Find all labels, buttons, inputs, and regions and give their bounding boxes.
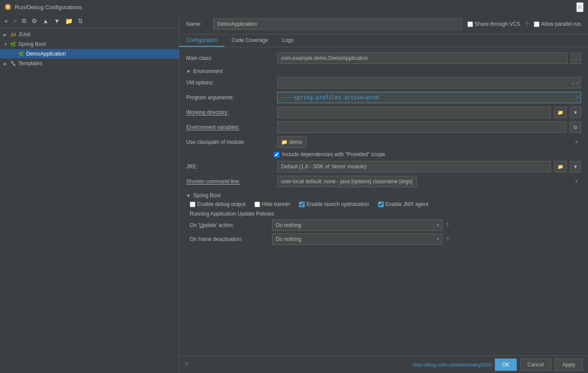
spring-boot-section-header: ▼ Spring Boot xyxy=(186,192,581,199)
vm-options-label: VM options: xyxy=(186,80,274,86)
spring-boot-options: Enable debug output Hide banner Enable l… xyxy=(186,201,581,207)
name-label: Name: xyxy=(186,21,208,27)
junit-icon: JU xyxy=(10,31,17,38)
apply-button[interactable]: Apply xyxy=(555,359,583,371)
window-title: Run/Debug Configurations xyxy=(15,4,82,10)
classpath-select[interactable]: 📁 demo xyxy=(277,136,306,148)
program-args-expand-button[interactable]: ⤢ xyxy=(575,94,579,101)
window-icon: R xyxy=(4,3,11,10)
update-action-help-icon[interactable]: ? xyxy=(446,222,449,228)
tab-configuration[interactable]: Configuration xyxy=(179,35,224,47)
frame-deactivation-help-icon[interactable]: ? xyxy=(446,236,449,242)
policy-title: Running Application Update Policies xyxy=(190,211,581,217)
vm-options-container: + ⤢ xyxy=(277,77,581,88)
enable-debug-checkbox[interactable] xyxy=(190,202,195,207)
env-vars-input[interactable] xyxy=(277,122,566,133)
vm-options-input[interactable] xyxy=(277,77,581,88)
name-input[interactable] xyxy=(213,18,462,30)
working-dir-folder-button[interactable]: 📁 xyxy=(554,107,567,118)
add-config-button[interactable]: + xyxy=(3,17,10,25)
enable-jmx-label[interactable]: Enable JMX agent xyxy=(378,201,428,207)
enable-jmx-checkbox[interactable] xyxy=(378,202,384,207)
name-options: Share through VCS ? Allow parallel run xyxy=(467,21,581,27)
main-class-input[interactable] xyxy=(277,52,567,64)
environment-expand-icon[interactable]: ▼ xyxy=(186,69,191,74)
tabs: Configuration Code Coverage Logs xyxy=(179,35,588,47)
program-args-input[interactable] xyxy=(277,92,581,103)
springboot-icon: 🌿 xyxy=(10,41,17,48)
vm-add-button[interactable]: + xyxy=(572,80,574,86)
shorten-cmd-select-wrapper: user-local default: none - java [options… xyxy=(277,176,581,187)
springboot-label: Spring Boot xyxy=(18,41,46,47)
classpath-label: Use classpath of module: xyxy=(186,139,274,145)
share-vcs-text: Share through VCS xyxy=(475,21,520,27)
frame-deactivation-select[interactable]: Do nothing Update resources Update class… xyxy=(272,234,442,245)
junit-label: JUnit xyxy=(18,31,30,38)
allow-parallel-label[interactable]: Allow parallel run xyxy=(534,21,581,27)
include-deps-label: Include dependencies with "Provided" sco… xyxy=(282,151,385,157)
close-button[interactable]: ✕ xyxy=(576,2,584,12)
demo-icon: 🌿 xyxy=(17,50,24,57)
working-dir-dropdown-button[interactable]: ▼ xyxy=(570,107,581,118)
sidebar-item-springboot[interactable]: ▼ 🌿 Spring Boot xyxy=(0,39,179,49)
share-help-icon[interactable]: ? xyxy=(525,21,529,27)
sidebar-item-templates[interactable]: ▶ 🔧 Templates xyxy=(0,59,179,68)
enable-launch-text: Enable launch optimization xyxy=(306,201,369,207)
frame-deactivation-select-wrapper: Do nothing Update resources Update class… xyxy=(272,234,442,245)
svg-text:R: R xyxy=(6,5,10,10)
sort-button[interactable]: ⇅ xyxy=(76,17,85,25)
tab-code-coverage[interactable]: Code Coverage xyxy=(224,35,275,47)
enable-launch-checkbox[interactable] xyxy=(299,202,305,207)
global-help-icon[interactable]: ? xyxy=(184,361,188,368)
jre-folder-button[interactable]: 📁 xyxy=(554,161,567,172)
allow-parallel-checkbox[interactable] xyxy=(534,21,539,27)
vm-expand-button[interactable]: ⤢ xyxy=(575,80,579,86)
spring-expand-icon[interactable]: ▼ xyxy=(186,193,191,198)
shorten-cmd-row: Shorten command line: user-local default… xyxy=(186,176,581,187)
update-action-select[interactable]: Do nothing Update resources Update class… xyxy=(272,220,442,231)
update-action-select-wrapper: Do nothing Update resources Update class… xyxy=(272,220,442,231)
include-deps-checkbox[interactable] xyxy=(274,152,279,157)
frame-deactivation-row: On frame deactivation: Do nothing Update… xyxy=(190,234,581,245)
bottom-bar: ? https://blog.csdn.net/peterzhang1020 O… xyxy=(179,356,588,373)
enable-launch-label[interactable]: Enable launch optimization xyxy=(299,201,369,207)
share-vcs-checkbox[interactable] xyxy=(467,21,473,27)
cancel-button[interactable]: Cancel xyxy=(520,359,551,371)
frame-deactivation-label: On frame deactivation: xyxy=(190,236,268,242)
demo-label: DemoApplication xyxy=(26,51,66,57)
ok-button[interactable]: OK xyxy=(495,359,516,371)
working-dir-label: Working directory: xyxy=(186,109,274,115)
main-class-row: Main class: ... xyxy=(186,52,581,64)
copy-config-button[interactable]: ⧉ xyxy=(20,16,28,25)
working-dir-row: Working directory: 📁 ▼ xyxy=(186,107,581,118)
update-action-row: On 'Update' action: Do nothing Update re… xyxy=(190,220,581,231)
enable-debug-label[interactable]: Enable debug output xyxy=(190,201,246,207)
bottom-right: OK Cancel Apply xyxy=(495,359,583,371)
allow-parallel-text: Allow parallel run xyxy=(541,21,581,27)
folder-button[interactable]: 📁 xyxy=(63,17,74,25)
vm-options-row: VM options: + ⤢ xyxy=(186,77,581,88)
move-down-button[interactable]: ▼ xyxy=(52,17,62,25)
sidebar-tree: ▶ JU JUnit ▼ 🌿 Spring Boot 🌿 DemoApplica… xyxy=(0,28,179,373)
policy-section: Running Application Update Policies On '… xyxy=(186,211,581,245)
springboot-expand-icon: ▼ xyxy=(3,42,8,47)
hide-banner-checkbox[interactable] xyxy=(254,202,260,207)
settings-button[interactable]: ⚙ xyxy=(30,17,39,25)
share-vcs-label[interactable]: Share through VCS xyxy=(467,21,520,27)
move-up-button[interactable]: ▲ xyxy=(41,17,50,25)
shorten-cmd-select[interactable]: user-local default: none - java [options… xyxy=(277,176,417,187)
enable-jmx-text: Enable JMX agent xyxy=(386,201,428,207)
sidebar-item-junit[interactable]: ▶ JU JUnit xyxy=(0,30,179,39)
hide-banner-label[interactable]: Hide banner xyxy=(254,201,290,207)
jre-dropdown-button[interactable]: ▼ xyxy=(570,161,581,172)
env-vars-copy-button[interactable]: ⧉ xyxy=(570,122,581,133)
vm-btns: + ⤢ xyxy=(572,80,579,86)
remove-config-button[interactable]: − xyxy=(11,17,18,25)
env-vars-row: Environment variables: ⧉ xyxy=(186,122,581,133)
working-dir-input[interactable] xyxy=(277,107,551,118)
tab-logs[interactable]: Logs xyxy=(275,35,300,47)
jre-input[interactable] xyxy=(277,161,551,172)
sidebar-item-demoapplication[interactable]: 🌿 DemoApplication xyxy=(0,49,179,59)
main-class-browse-button[interactable]: ... xyxy=(571,52,581,64)
junit-expand-icon: ▶ xyxy=(3,32,8,37)
